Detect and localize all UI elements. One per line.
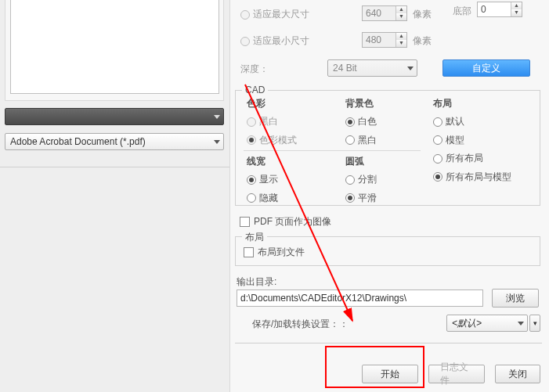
cad-group: CAD 色彩 黑白 色彩模式 背景色 白色 黑白 布局 默认 模型 所有布局 所… <box>235 90 540 206</box>
chevron-down-icon <box>407 67 414 70</box>
depth-dropdown[interactable]: 24 Bit <box>327 59 417 77</box>
file-format-dropdown[interactable]: Adobe Acrobat Document (*.pdf) <box>5 133 224 150</box>
lw-show-radio[interactable]: 显示 <box>247 173 278 186</box>
unit-label-1: 像素 <box>413 8 432 21</box>
layout-to-file-checkbox[interactable]: 布局到文件 <box>244 246 305 259</box>
unit-label-2: 像素 <box>413 34 432 48</box>
layout-to-file-group: 布局 布局到文件 <box>235 236 540 266</box>
layout-all-radio[interactable]: 所有布局 <box>433 152 483 165</box>
layout-allmodel-radio[interactable]: 所有布局与模型 <box>433 171 511 184</box>
lw-label: 线宽 <box>247 155 333 168</box>
pdf-as-image-checkbox[interactable]: PDF 页面作为图像 <box>240 215 331 228</box>
save-load-label: 保存/加载转换设置：： <box>252 318 349 331</box>
layout-default-radio[interactable]: 默认 <box>433 115 464 128</box>
custom-button[interactable]: 自定义 <box>442 59 530 77</box>
fit-min-label: 适应最小尺寸 <box>253 34 309 48</box>
color-mode-radio[interactable]: 色彩模式 <box>247 134 297 147</box>
layout-model-radio[interactable]: 模型 <box>433 134 464 147</box>
outdir-input[interactable] <box>237 290 483 307</box>
start-button[interactable]: 开始 <box>362 365 418 383</box>
depth-value: 24 Bit <box>333 63 357 74</box>
arc-label: 圆弧 <box>345 155 424 168</box>
depth-label: 深度： <box>240 63 269 76</box>
save-load-value: <默认> <box>452 317 482 330</box>
close-button[interactable]: 关闭 <box>495 365 540 383</box>
fit-max-label: 适应最大尺寸 <box>253 8 309 21</box>
min-size-spin[interactable]: ▲▼ <box>395 33 406 47</box>
max-size-spin[interactable]: ▲▼ <box>395 6 406 20</box>
browse-button[interactable]: 浏览 <box>492 289 539 307</box>
bg-label: 背景色 <box>345 97 424 110</box>
layout2-legend: 布局 <box>242 231 267 244</box>
left-selector[interactable] <box>5 108 224 125</box>
bg-white-radio[interactable]: 白色 <box>345 115 377 128</box>
save-load-dropdown[interactable]: <默认> <box>446 315 528 332</box>
arc-split-radio[interactable]: 分割 <box>345 173 377 186</box>
log-button[interactable]: 日志文件 <box>428 365 485 383</box>
file-format-label: Adobe Acrobat Document (*.pdf) <box>10 136 146 147</box>
cad-legend: CAD <box>242 85 268 95</box>
bg-black-radio[interactable]: 黑白 <box>345 134 377 147</box>
lw-hide-radio[interactable]: 隐藏 <box>247 192 278 205</box>
outdir-label: 输出目录: <box>237 275 276 289</box>
save-load-extra-button[interactable]: ▾ <box>529 315 540 332</box>
fit-min-radio[interactable]: 适应最小尺寸 <box>240 34 309 48</box>
bottom-spin[interactable]: ▲▼ <box>511 2 522 16</box>
color-bw-radio[interactable]: 黑白 <box>247 115 278 128</box>
arc-smooth-radio[interactable]: 平滑 <box>345 192 377 205</box>
color-label: 色彩 <box>247 97 333 110</box>
bottom-label: 底部 <box>453 5 471 18</box>
fit-max-radio[interactable]: 适应最大尺寸 <box>240 8 309 21</box>
layout-label: 布局 <box>433 97 535 110</box>
chevron-down-icon <box>518 322 524 325</box>
chevron-down-icon <box>214 140 220 144</box>
